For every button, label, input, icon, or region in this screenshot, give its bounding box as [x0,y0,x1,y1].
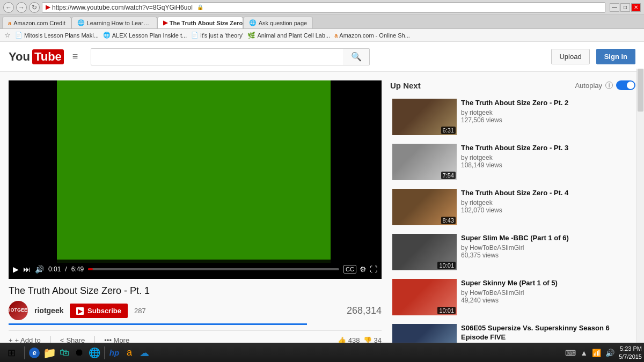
start-button[interactable]: ⊞ [2,345,21,361]
avatar-text: RIOTGEEK [9,308,28,313]
tab-size-zero[interactable]: ▶ The Truth About Size Zero -... ✕ [157,17,243,28]
volume-icon[interactable]: 🔊 [605,349,614,357]
video-player[interactable]: ▶ ⏭ 🔊 0:01 / 6:49 CC ⚙ ⛶ [9,80,382,279]
tab-favicon-2: 🌐 [77,19,85,26]
signin-button[interactable]: Sign in [596,49,635,64]
yt-favicon: ▶ [46,4,50,11]
youtube-wordmark: You [9,50,30,64]
autoplay-toggle[interactable] [616,80,635,90]
menu-icon[interactable]: ≡ [72,51,78,62]
autoplay-info-icon[interactable]: i [605,82,613,89]
side-video-thumb: 6:31 [392,99,457,135]
scrollbar-thumb[interactable] [638,69,643,112]
tab-label-3: The Truth About Size Zero -... [170,20,243,26]
address-bar[interactable]: ▶ https://www.youtube.com/watch?v=8GqYGi… [42,2,605,13]
side-video-item[interactable]: 8:43 The Truth About Size Zero - Pt. 4 b… [390,187,635,227]
subscribe-button[interactable]: ▶ Subscribe [70,304,127,318]
subscribe-icon: ▶ [76,307,84,315]
clock: 5:23 PM 5/7/2015 [619,345,642,360]
side-video-item[interactable]: 6:31 The Truth About Size Zero - Pt. 2 b… [390,97,635,137]
amazon-taskbar-icon[interactable]: a [123,346,136,359]
side-video-title: The Truth About Size Zero - Pt. 3 [461,144,633,153]
video-info: The Truth About Size Zero - Pt. 1 RIOTGE… [9,279,382,351]
ie-taskbar-icon[interactable]: e [28,346,41,359]
bookmark-mitosis[interactable]: 📄 Mitosis Lesson Plans Maki... [15,32,99,39]
bookmark-amazon[interactable]: a Amazon.com - Online Sh... [334,32,410,39]
tab-favicon-1: a [8,20,11,26]
keyboard-icon[interactable]: ⌨ [565,349,576,357]
autoplay-area: Autoplay i [575,80,635,90]
side-video-duration: 6:31 [441,127,456,134]
search-input[interactable] [91,48,343,65]
bookmark-icon-2: 🌐 [103,32,111,39]
youtube-logo[interactable]: YouTube [9,49,64,64]
tab-label-2: Learning How to Learn: Powerf... [87,20,151,26]
tab-amazon-credit[interactable]: a Amazon.com Credit [2,17,71,28]
tab-bar: a Amazon.com Credit 🌐 Learning How to Le… [0,15,644,29]
side-video-thumb: 8:43 [392,189,457,225]
bookmark-cell[interactable]: 🌿 Animal and Plant Cell Lab... [247,32,330,39]
controls-right: CC ⚙ ⛶ [343,265,377,274]
tab-learning[interactable]: 🌐 Learning How to Learn: Powerf... [71,17,157,28]
date-display: 5/7/2015 [619,353,642,360]
progress-bar[interactable] [88,268,339,270]
arrow-icon[interactable]: ▲ [580,349,588,357]
maximize-button[interactable]: □ [620,3,630,12]
subscriber-count: 287 [134,307,146,315]
toggle-knob [627,82,634,89]
side-video-views: 49,240 views [461,297,633,304]
side-video-title: Super Skinny Me (Part 1 of 5) [461,279,633,288]
sidebar-header: Up Next Autoplay i [390,80,635,90]
video-controls: ▶ ⏭ 🔊 0:01 / 6:49 CC ⚙ ⛶ [9,260,382,279]
settings-button[interactable]: ⚙ [360,265,367,274]
side-video-channel: by riotgeek [461,199,633,206]
tab-label-1: Amazon.com Credit [13,20,65,26]
header-right: Upload Sign in [551,49,635,64]
side-video-duration: 8:43 [441,217,456,224]
tab-favicon-3: ▶ [163,19,167,26]
side-video-title: S06E05 Supersize Vs. Superskinny Season … [461,324,633,342]
black-bar-left [9,80,57,263]
minimize-button[interactable]: — [610,3,619,12]
back-button[interactable]: ← [3,2,14,13]
close-button[interactable]: ✕ [631,3,641,12]
side-video-item[interactable]: 10:01 Super Slim Me -BBC (Part 1 of 6) b… [390,232,635,272]
bookmark-alex[interactable]: 🌐 ALEX Lesson Plan Inside t... [103,32,187,39]
time-separator: / [65,265,67,273]
channel-avatar[interactable]: RIOTGEEK [9,301,28,320]
side-video-item[interactable]: 7:54 The Truth About Size Zero - Pt. 3 b… [390,142,635,182]
side-video-item[interactable]: 10:01 Super Skinny Me (Part 1 of 5) by H… [390,277,635,317]
bookmark-icon-3: 📄 [191,32,199,39]
upload-button[interactable]: Upload [551,49,589,64]
channel-name[interactable]: riotgeek [34,306,63,315]
forward-button[interactable]: → [16,2,27,13]
hp-taskbar-icon[interactable]: hp [108,346,121,359]
bookmark-icon-5: a [334,32,338,39]
volume-button[interactable]: 🔊 [35,265,44,274]
side-video-channel: by riotgeek [461,154,633,161]
play-button[interactable]: ▶ [13,265,19,274]
bookmark-theory[interactable]: 📄 it's just a 'theory' [191,32,243,39]
subscribe-label: Subscribe [87,307,121,315]
lock-icon: 🔒 [197,4,203,10]
store-taskbar-icon[interactable]: 🛍 [58,346,71,359]
black-bar-right [331,80,382,263]
media-taskbar-icon[interactable]: ⏺ [73,346,86,359]
network-icon[interactable]: 📶 [592,349,601,357]
chrome-taskbar-icon[interactable]: 🌐 [88,346,101,359]
like-bar [9,323,307,325]
search-button[interactable]: 🔍 [343,48,370,65]
side-video-info: The Truth About Size Zero - Pt. 2 by rio… [461,99,633,135]
folder-taskbar-icon[interactable]: 📁 [43,346,56,359]
cloud-taskbar-icon[interactable]: ☁ [138,346,151,359]
tab-ask-question[interactable]: 🌐 Ask question page [243,17,313,28]
next-button[interactable]: ⏭ [23,265,31,274]
fullscreen-button[interactable]: ⛶ [370,265,377,274]
bookmark-icon-4: 🌿 [247,32,255,39]
side-video-title: The Truth About Size Zero - Pt. 2 [461,99,633,108]
scrollbar[interactable] [636,69,644,343]
refresh-button[interactable]: ↻ [29,2,40,13]
cc-button[interactable]: CC [343,265,356,274]
up-next-label: Up Next [390,81,421,90]
window-controls: — □ ✕ [610,3,641,12]
